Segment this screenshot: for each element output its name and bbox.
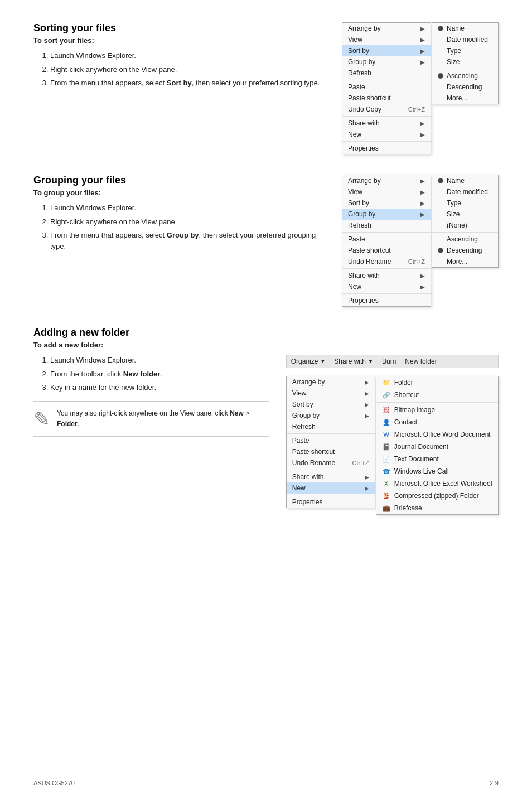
new-submenu-word[interactable]: W Microsoft Office Word Document [376,428,498,441]
menu2-undo-rename[interactable]: Undo RenameCtrl+Z [342,256,431,267]
group-step-1: Launch Windows Explorer. [50,202,325,214]
menu1-view[interactable]: View▶ [342,34,431,45]
submenu2-none[interactable]: (None) [432,220,498,231]
submenu1-date-modified[interactable]: Date modified [432,34,498,45]
sort-step-3: From the menu that appears, select Sort … [50,78,325,89]
submenu1-ascending[interactable]: Ascending [432,70,498,81]
section-group: Grouping your files To group your files:… [33,175,499,307]
sort-steps: Launch Windows Explorer. Right-click any… [33,50,325,89]
folder-icon: 📁 [382,378,391,387]
sort-step-2: Right-click anywhere on the View pane. [50,64,325,75]
menu1-new[interactable]: New▶ [342,129,431,140]
burn-button[interactable]: Burn [382,357,396,365]
submenu1-type[interactable]: Type [432,45,498,56]
menu2-sort-by[interactable]: Sort by▶ [342,197,431,209]
menu1-arrange-by[interactable]: Arrange by▶ [342,23,431,34]
menu2-share-with[interactable]: Share with▶ [342,270,431,281]
group-menu-image: Arrange by▶ View▶ Sort by▶ Group by▶ Ref [342,175,499,307]
submenu1-more[interactable]: More... [432,93,498,104]
organize-button[interactable]: Organize ▼ [291,357,326,365]
note-icon: ✎ [33,409,50,429]
sort-subtitle: To sort your files: [33,36,325,45]
menu3-properties[interactable]: Properties [287,496,375,508]
menu1-paste[interactable]: Paste [342,81,431,93]
new-submenu-zip[interactable]: 🗜 Compressed (zipped) Folder [376,490,498,502]
page-footer: ASUS CG5270 2-9 [33,775,499,786]
submenu2-date-modified[interactable]: Date modified [432,186,498,197]
excel-icon: X [382,479,391,488]
section-newfolder: Adding a new folder To add a new folder:… [33,327,499,515]
radio-ascending [438,73,443,79]
submenu2-name[interactable]: Name [432,175,498,186]
menu2-paste-shortcut[interactable]: Paste shortcut [342,245,431,256]
sort-title: Sorting your files [33,22,325,34]
menu2-group-by[interactable]: Group by▶ [342,209,431,220]
submenu1-name[interactable]: Name [432,23,498,34]
group-step-3: From the menu that appears, select Group… [50,230,325,252]
journal-icon: 📓 [382,442,391,451]
menu2-new[interactable]: New▶ [342,281,431,292]
section-sort: Sorting your files To sort your files: L… [33,22,499,154]
word-icon: W [382,430,391,439]
menu1-paste-shortcut[interactable]: Paste shortcut [342,93,431,104]
new-folder-button[interactable]: New folder [405,357,437,365]
new-submenu-briefcase[interactable]: 💼 Briefcase [376,502,498,514]
text-icon: 📄 [382,455,391,463]
submenu2-type[interactable]: Type [432,197,498,209]
submenu2-more[interactable]: More... [432,256,498,267]
group-subtitle: To group your files: [33,189,325,197]
group-context-menu: Arrange by▶ View▶ Sort by▶ Group by▶ Ref [342,175,499,307]
submenu2-size[interactable]: Size [432,209,498,220]
new-submenu: 📁 Folder 🔗 Shortcut 🖼 Bitmap image [376,376,499,515]
new-submenu-live[interactable]: ☎ Windows Live Call [376,465,498,477]
new-submenu-journal[interactable]: 📓 Journal Document [376,441,498,453]
share-with-button[interactable]: Share with ▼ [334,357,373,365]
menu1-refresh[interactable]: Refresh [342,67,431,79]
sort-submenu: Name Date modified Type Size [432,22,499,104]
newfolder-steps: Launch Windows Explorer. From the toolba… [33,355,269,393]
submenu2-descending[interactable]: Descending [432,245,498,256]
menu3-group-by[interactable]: Group by▶ [287,410,375,421]
menu1-group-by[interactable]: Group by▶ [342,56,431,67]
radio2-descending [438,248,443,253]
menu2-view[interactable]: View▶ [342,186,431,197]
menu3-view[interactable]: View▶ [287,388,375,399]
new-submenu-excel[interactable]: X Microsoft Office Excel Worksheet [376,477,498,490]
menu3-paste-shortcut[interactable]: Paste shortcut [287,446,375,457]
sort-main-menu: Arrange by▶ View▶ Sort by▶ Group by▶ Ref [342,22,431,154]
menu3-undo-rename[interactable]: Undo RenameCtrl+Z [287,457,375,468]
new-submenu-bitmap[interactable]: 🖼 Bitmap image [376,404,498,416]
menu2-properties[interactable]: Properties [342,295,431,306]
submenu1-descending[interactable]: Descending [432,81,498,93]
newfolder-main-menu: Arrange by▶ View▶ Sort by▶ Group by▶ Ref [286,376,375,508]
sort-menu-image: Arrange by▶ View▶ Sort by▶ Group by▶ Ref [342,22,499,154]
bitmap-icon: 🖼 [382,405,391,414]
submenu1-size[interactable]: Size [432,56,498,67]
new-submenu-text[interactable]: 📄 Text Document [376,453,498,465]
newfolder-step-3: Key in a name for the new folder. [50,382,269,393]
new-submenu-contact[interactable]: 👤 Contact [376,416,498,428]
menu2-refresh[interactable]: Refresh [342,220,431,231]
menu3-new[interactable]: New▶ [287,482,375,494]
newfolder-subtitle: To add a new folder: [33,341,499,349]
menu1-undo-copy[interactable]: Undo CopyCtrl+Z [342,104,431,115]
submenu2-ascending[interactable]: Ascending [432,234,498,245]
menu3-share-with[interactable]: Share with▶ [287,471,375,482]
menu3-paste[interactable]: Paste [287,435,375,446]
sort-step-1: Launch Windows Explorer. [50,50,325,61]
menu2-arrange-by[interactable]: Arrange by▶ [342,175,431,186]
menu3-refresh[interactable]: Refresh [287,421,375,432]
footer-right: 2-9 [490,780,499,786]
group-steps: Launch Windows Explorer. Right-click any… [33,202,325,252]
menu2-paste[interactable]: Paste [342,234,431,245]
menu1-sort-by[interactable]: Sort by▶ [342,45,431,56]
menu1-properties[interactable]: Properties [342,143,431,154]
group-main-menu: Arrange by▶ View▶ Sort by▶ Group by▶ Ref [342,175,431,307]
menu3-arrange-by[interactable]: Arrange by▶ [287,376,375,388]
menu3-sort-by[interactable]: Sort by▶ [287,399,375,410]
newfolder-context-menu: Arrange by▶ View▶ Sort by▶ Group by▶ Ref [286,376,499,515]
new-submenu-folder[interactable]: 📁 Folder [376,376,498,389]
menu1-share-with[interactable]: Share with▶ [342,118,431,129]
newfolder-step-1: Launch Windows Explorer. [50,355,269,366]
new-submenu-shortcut[interactable]: 🔗 Shortcut [376,389,498,401]
